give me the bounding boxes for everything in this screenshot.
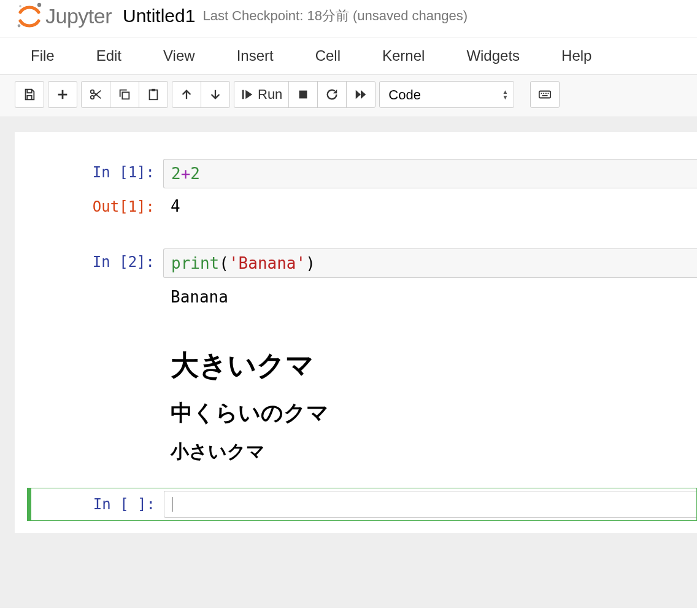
svg-point-2 bbox=[19, 5, 21, 7]
code-cell[interactable]: In [2]: print('Banana') bbox=[15, 246, 697, 280]
output-row: Out[1]: 4 bbox=[15, 191, 697, 221]
jupyter-logo-icon bbox=[15, 2, 43, 29]
svg-rect-15 bbox=[542, 95, 548, 96]
menu-insert[interactable]: Insert bbox=[228, 41, 282, 71]
markdown-rendered: 大きいクマ 中くらいのクマ 小さいクマ bbox=[163, 326, 697, 479]
svg-rect-11 bbox=[541, 93, 542, 94]
input-prompt: In [1]: bbox=[15, 159, 163, 188]
notebook: In [1]: 2+2 Out[1]: 4 In [2]: print('Ban… bbox=[15, 132, 697, 533]
copy-icon bbox=[118, 88, 131, 101]
output-prompt: Out[1]: bbox=[15, 193, 163, 219]
restart-run-all-button[interactable] bbox=[346, 81, 375, 108]
svg-rect-5 bbox=[122, 92, 129, 99]
keyboard-icon bbox=[538, 88, 552, 101]
toolbar: Run Code ▲▼ bbox=[0, 75, 697, 117]
code-input[interactable]: 2+2 bbox=[163, 159, 697, 188]
header: Jupyter Untitled1 Last Checkpoint: 18分前 … bbox=[0, 0, 697, 37]
svg-rect-7 bbox=[152, 89, 155, 91]
svg-rect-14 bbox=[548, 93, 549, 94]
markdown-h2: 中くらいのクマ bbox=[171, 398, 690, 428]
svg-point-1 bbox=[18, 25, 21, 28]
paste-icon bbox=[147, 88, 160, 101]
scissors-icon bbox=[89, 88, 102, 101]
run-label: Run bbox=[258, 87, 282, 102]
move-up-button[interactable] bbox=[172, 81, 201, 108]
save-button[interactable] bbox=[15, 81, 44, 108]
input-prompt: In [ ]: bbox=[28, 491, 164, 518]
arrow-up-icon bbox=[180, 88, 193, 101]
copy-button[interactable] bbox=[110, 81, 139, 108]
celltype-select[interactable]: Code bbox=[379, 81, 514, 108]
menubar: File Edit View Insert Cell Kernel Widget… bbox=[0, 37, 697, 75]
command-palette-button[interactable] bbox=[530, 81, 560, 108]
svg-rect-13 bbox=[545, 93, 547, 94]
run-icon bbox=[241, 88, 254, 101]
arrow-down-icon bbox=[209, 88, 222, 101]
code-cell[interactable]: In [1]: 2+2 bbox=[15, 156, 697, 191]
output-row: Banana bbox=[15, 280, 697, 311]
notebook-container: In [1]: 2+2 Out[1]: 4 In [2]: print('Ban… bbox=[0, 117, 697, 608]
svg-rect-8 bbox=[242, 90, 244, 99]
code-input[interactable] bbox=[164, 491, 696, 518]
fast-forward-icon bbox=[354, 88, 368, 101]
svg-rect-6 bbox=[150, 90, 158, 100]
svg-rect-9 bbox=[299, 91, 307, 99]
menu-kernel[interactable]: Kernel bbox=[374, 41, 433, 71]
markdown-h3: 小さいクマ bbox=[171, 439, 690, 464]
run-button[interactable]: Run bbox=[234, 81, 289, 108]
stop-icon bbox=[296, 88, 310, 101]
output-stream: Banana bbox=[163, 283, 697, 309]
svg-point-0 bbox=[37, 3, 41, 7]
paste-button[interactable] bbox=[139, 81, 168, 108]
cut-button[interactable] bbox=[81, 81, 110, 108]
menu-widgets[interactable]: Widgets bbox=[458, 41, 528, 71]
add-cell-button[interactable] bbox=[48, 81, 77, 108]
menu-cell[interactable]: Cell bbox=[307, 41, 349, 71]
markdown-cell[interactable]: 大きいクマ 中くらいのクマ 小さいクマ bbox=[15, 323, 697, 482]
restart-button[interactable] bbox=[317, 81, 347, 108]
code-input[interactable]: print('Banana') bbox=[163, 248, 697, 278]
svg-rect-10 bbox=[539, 91, 550, 98]
output-result: 4 bbox=[163, 193, 697, 219]
jupyter-logo-text: Jupyter bbox=[45, 4, 112, 28]
text-cursor bbox=[172, 497, 172, 512]
notebook-title[interactable]: Untitled1 bbox=[123, 6, 195, 26]
code-cell-selected[interactable]: In [ ]: bbox=[27, 488, 697, 521]
menu-file[interactable]: File bbox=[22, 41, 63, 71]
checkpoint-status: Last Checkpoint: 18分前 (unsaved changes) bbox=[202, 7, 468, 25]
markdown-h1: 大きいクマ bbox=[171, 347, 690, 385]
move-down-button[interactable] bbox=[201, 81, 230, 108]
input-prompt: In [2]: bbox=[15, 248, 163, 278]
restart-icon bbox=[325, 88, 339, 101]
jupyter-logo[interactable]: Jupyter bbox=[15, 2, 112, 29]
menu-view[interactable]: View bbox=[155, 41, 204, 71]
menu-help[interactable]: Help bbox=[553, 41, 600, 71]
menu-edit[interactable]: Edit bbox=[88, 41, 130, 71]
svg-rect-12 bbox=[544, 93, 545, 94]
plus-icon bbox=[56, 88, 69, 101]
interrupt-button[interactable] bbox=[288, 81, 318, 108]
save-icon bbox=[23, 88, 36, 101]
